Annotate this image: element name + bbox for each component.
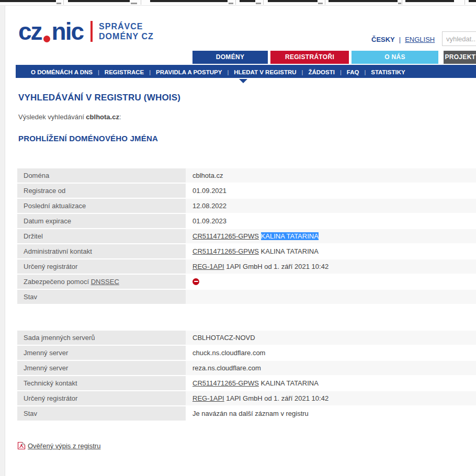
cell-text: Stav [24,410,37,417]
row-value: 01.09.2023 [186,214,476,228]
result-label: Výsledek vyhledávání [18,113,86,121]
main-tab-registr-to-i[interactable]: REGISTRÁTOŘI [270,51,349,64]
row-value: 12.08.2022 [186,199,476,213]
page-left-margin [0,6,5,476]
subnav-item-registrace[interactable]: REGISTRACE [103,66,146,79]
cell-text: 1API GmbH od 1. září 2021 10:42 [224,394,328,402]
main-nav: DOMÉNYREGISTRÁTOŘIO NÁSPROJEKTY [5,51,476,64]
registry-object-link[interactable]: CR511471265-GPWS [192,379,259,387]
pdf-file-icon [17,441,26,450]
cell-text: 01.09.2021 [192,187,226,195]
cell-text: Určený registrátor [24,394,77,402]
row-label: Doména [17,168,186,183]
logo-wordmark: cznic [18,19,83,43]
registry-object-link[interactable]: CR511471265-GPWS [192,247,259,255]
sub-nav: O DOMÉNÁCH A DNS|REGISTRACE|PRAVIDLA A P… [16,65,476,78]
cell-text: Registrace od [24,187,65,195]
verified-extract-line: Ověřený výpis z registru [17,441,476,450]
cell-text: Je navázán na další záznam v registru [192,410,309,417]
row-value: CR511471265-GPWS KALINA TATARINA [186,376,476,390]
row-value: reza.ns.cloudflare.com [186,361,476,375]
subnav-item-faq[interactable]: FAQ [345,66,361,79]
table-row: Stav [17,290,476,304]
cell-text: 1API GmbH od 1. září 2021 10:42 [224,263,328,270]
logo-divider [90,21,93,42]
subnav-item-pravidla-a-postupy[interactable]: PRAVIDLA A POSTUPY [154,66,224,79]
cell-text: Zabezpečeno pomocí [24,278,91,286]
cell-text: KALINA TATARINA [259,379,319,387]
subnav-item-statistiky[interactable]: STATISTIKY [369,66,407,79]
table-row: Jmenný serverreza.ns.cloudflare.com [17,361,476,375]
cell-text: Jmenný server [24,349,68,357]
language-czech-link[interactable]: ČESKY [371,36,395,43]
cell-text: Administrativní kontakt [24,247,92,255]
cell-text: Určený registrátor [24,263,77,270]
main-tab-projekty[interactable]: PROJEKTY [444,51,476,64]
row-label: Držitel [17,229,186,243]
site-search-input[interactable] [442,31,476,46]
cell-text: 01.09.2023 [192,217,226,225]
cell-text: chuck.ns.cloudflare.com [192,349,265,357]
cell-text: Poslední aktualizace [24,202,86,210]
registry-object-link[interactable]: DNSSEC [91,278,119,286]
language-switcher: ČESKY|ENGLISH [371,36,435,43]
main-tab-o-n-s[interactable]: O NÁS [352,51,438,64]
table-row: StavJe navázán na další záznam v registr… [17,406,476,421]
row-value: Je navázán na další záznam v registru [186,406,476,421]
cell-text: Doména [24,172,49,179]
subnav-separator: | [302,69,303,75]
registry-object-link[interactable]: CR511471265-GPWS [192,232,259,240]
row-value: REG-1API 1API GmbH od 1. září 2021 10:42 [186,391,476,405]
cell-text: CBLHOTACZ-NOVD [192,334,255,342]
cell-text: Sada jmenných serverů [24,334,95,342]
row-label: Administrativní kontakt [17,244,186,258]
section-heading: PROHLÍŽENÍ DOMÉNOVÉHO JMÉNA [18,134,476,143]
main-tab-dom-ny[interactable]: DOMÉNY [192,51,268,64]
registry-object-link[interactable]: REG-1API [192,263,224,270]
table-row: DržitelCR511471265-GPWS KALINA TATARINA [17,229,476,243]
cell-text: Jmenný server [24,364,68,372]
result-colon: : [119,113,121,121]
cell-text: 12.08.2022 [192,202,226,210]
subnav-separator: | [364,69,366,75]
row-value: CBLHOTACZ-NOVD [186,331,476,345]
logo-tagline: SPRÁVCE DOMÉNY CZ [99,21,154,41]
cell-text: KALINA TATARINA [259,247,319,255]
cell-text: Datum expirace [24,217,71,225]
cell-text: Držitel [24,232,43,240]
page-title: VYHLEDÁVÁNÍ V REGISTRU (WHOIS) [18,93,476,103]
nameserver-table: Sada jmenných serverůCBLHOTACZ-NOVDJmenn… [17,331,476,421]
language-english-link[interactable]: ENGLISH [405,36,435,43]
row-label: Jmenný server [17,346,186,360]
row-label: Určený registrátor [17,259,186,274]
table-row: Zabezpečeno pomocí DNSSEC [17,275,476,289]
row-label: Zabezpečeno pomocí DNSSEC [17,275,186,289]
row-label: Stav [17,290,186,304]
subnav-separator: | [227,69,229,75]
cznic-logo[interactable]: cznic SPRÁVCE DOMÉNY CZ [18,19,154,43]
verified-extract-link[interactable]: Ověřený výpis z registru [28,442,100,450]
table-row: Technický kontaktCR511471265-GPWS KALINA… [17,376,476,390]
subnav-item-hledat-v-registru[interactable]: HLEDAT V REGISTRU [232,66,298,79]
logo-red-dot-icon [43,36,50,42]
row-value: cblhota.cz [186,168,476,183]
row-label: Sada jmenných serverů [17,331,186,345]
table-row: Doménacblhota.cz [17,168,476,183]
registry-object-link[interactable]: REG-1API [192,394,224,402]
table-row: Sada jmenných serverůCBLHOTACZ-NOVD [17,331,476,345]
subnav-item--dosti[interactable]: ŽÁDOSTI [306,66,336,79]
result-query: cblhota.cz [86,113,119,121]
cell-text: cblhota.cz [192,172,223,179]
subnav-separator: | [98,69,99,75]
table-row: Poslední aktualizace12.08.2022 [17,199,476,213]
row-label: Stav [17,406,186,421]
subnav-item-o-dom-n-ch-a-dns[interactable]: O DOMÉNÁCH A DNS [29,66,95,79]
row-label: Poslední aktualizace [17,199,186,213]
cell-text: Technický kontakt [24,379,77,387]
page: cznic SPRÁVCE DOMÉNY CZ ČESKY|ENGLISH DO… [5,6,476,450]
row-value: REG-1API 1API GmbH od 1. září 2021 10:42 [186,259,476,274]
row-label: Technický kontakt [17,376,186,390]
subnav-separator: | [149,69,151,75]
row-value [186,275,476,289]
table-row: Jmenný serverchuck.ns.cloudflare.com [17,346,476,360]
